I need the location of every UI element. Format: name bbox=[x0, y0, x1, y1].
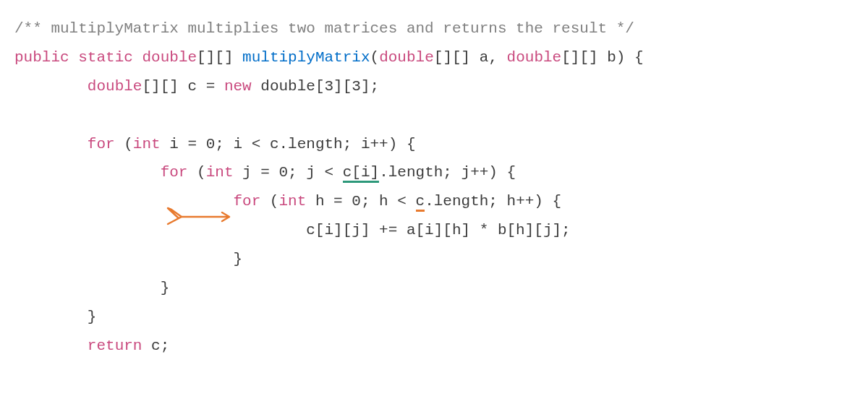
indent bbox=[14, 309, 88, 325]
doc-comment: /** multiplyMatrix multiplies two matric… bbox=[14, 20, 634, 37]
brackets: [][] bbox=[197, 49, 242, 66]
indent bbox=[14, 193, 233, 210]
close-brace-h: } bbox=[233, 251, 242, 267]
decl-rest1: [][] c = bbox=[142, 78, 224, 95]
method-name: multiplyMatrix bbox=[242, 49, 370, 66]
keyword-int-i: int bbox=[133, 136, 161, 152]
for-j-rest2: j = 0; j < bbox=[233, 164, 342, 181]
underline-c: c bbox=[416, 193, 425, 212]
keyword-static: static bbox=[78, 49, 133, 66]
underline-ci: c[i] bbox=[343, 164, 379, 183]
return-rest: c; bbox=[142, 338, 169, 354]
for-h-rest2: h = 0; h < bbox=[306, 193, 415, 210]
keyword-new: new bbox=[224, 78, 252, 95]
param-type-2: double bbox=[507, 49, 562, 66]
for-i-rest1: ( bbox=[115, 136, 133, 152]
return-type: double bbox=[142, 49, 197, 66]
code-block: /** multiplyMatrix multiplies two matric… bbox=[14, 14, 854, 361]
indent bbox=[14, 136, 88, 152]
for-i-rest2: i = 0; i < c.length; i++) { bbox=[161, 136, 416, 152]
indent bbox=[14, 78, 88, 95]
for-h-rest3: .length; h++) { bbox=[425, 193, 561, 210]
keyword-for-h: for bbox=[233, 193, 260, 210]
keyword-return: return bbox=[88, 338, 142, 354]
decl-rest2: double[3][3]; bbox=[252, 78, 379, 95]
for-h-rest1: ( bbox=[260, 193, 278, 210]
keyword-for-i: for bbox=[88, 136, 115, 152]
keyword-int-j: int bbox=[206, 164, 234, 181]
indent bbox=[14, 222, 306, 238]
param-1: [][] a, bbox=[434, 49, 507, 66]
close-brace-i: } bbox=[88, 309, 97, 325]
computation: c[i][j] += a[i][h] * b[h][j]; bbox=[306, 222, 570, 238]
indent bbox=[14, 280, 161, 296]
close-brace-j: } bbox=[161, 280, 170, 296]
indent bbox=[14, 164, 161, 181]
indent bbox=[14, 338, 88, 354]
keyword-int-h: int bbox=[278, 193, 306, 210]
param-2-rest: [][] b) { bbox=[561, 49, 643, 66]
keyword-public: public bbox=[14, 49, 69, 66]
param-type-1: double bbox=[379, 49, 434, 66]
lparen: ( bbox=[370, 49, 380, 66]
for-j-rest1: ( bbox=[187, 164, 205, 181]
keyword-for-j: for bbox=[161, 164, 188, 181]
indent bbox=[14, 251, 233, 267]
decl-type: double bbox=[88, 78, 142, 95]
for-j-rest3: .length; j++) { bbox=[379, 164, 516, 181]
